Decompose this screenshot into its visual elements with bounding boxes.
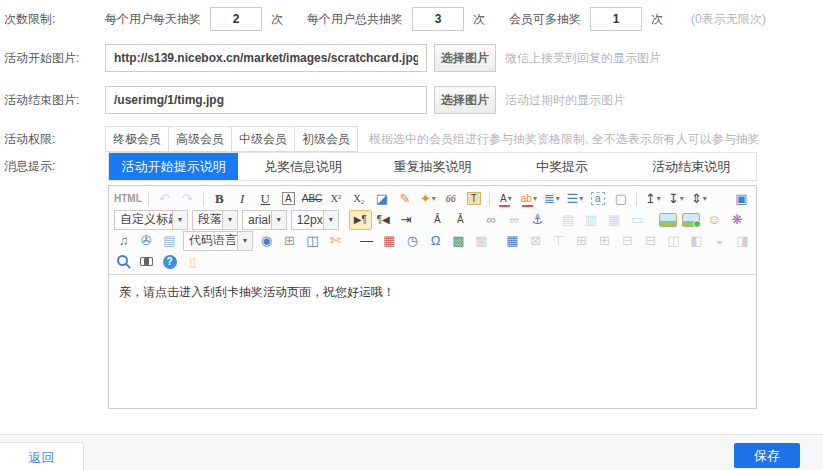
member-extra-draw-input[interactable] (590, 7, 642, 31)
multi-image-upload-icon[interactable] (680, 210, 703, 230)
link-icon[interactable]: ∞ (480, 210, 503, 230)
split-cells-icon[interactable]: ◨ (731, 231, 753, 251)
daily-draw-label: 每个用户每天抽奖 (105, 11, 201, 28)
insert-col-icon[interactable]: ⊞ (593, 231, 616, 251)
columns-icon[interactable]: ◫ (301, 231, 324, 251)
paragraph-select[interactable]: 段落▾ (192, 210, 238, 230)
merge-cells-icon[interactable]: ◫ (662, 231, 685, 251)
indent-icon[interactable]: ⇥ (395, 210, 418, 230)
font-color-icon[interactable]: A▾ (494, 189, 517, 209)
total-draw-unit: 次 (473, 11, 485, 28)
ltr-paragraph-icon[interactable]: ▶¶ (349, 210, 372, 230)
insert-video-icon[interactable] (749, 210, 753, 230)
chevron-down-icon: ▾ (323, 211, 338, 229)
font-size-select[interactable]: 12px▾ (291, 210, 339, 230)
end-image-pick-button[interactable]: 选择图片 (434, 86, 496, 114)
delete-table-icon[interactable]: ⊠ (524, 231, 547, 251)
horizontal-rule-icon[interactable]: — (355, 231, 378, 251)
delete-row-icon[interactable]: ⊟ (616, 231, 639, 251)
superscript-icon[interactable]: X² (324, 189, 347, 209)
iframe-icon[interactable]: ⊞ (278, 231, 301, 251)
redo-icon[interactable]: ↷ (176, 189, 199, 209)
image-inline-icon[interactable]: ▭ (626, 210, 649, 230)
attachment-icon[interactable]: ✇ (135, 231, 158, 251)
member-group-button[interactable]: 中级会员 (231, 126, 295, 152)
total-draw-input[interactable] (412, 7, 464, 31)
message-tab[interactable]: 活动结束说明 (627, 153, 756, 180)
special-char-icon[interactable]: Ω (424, 231, 447, 251)
blank-page-icon[interactable]: ▢ (609, 189, 632, 209)
uppercase-icon[interactable]: Â (426, 210, 449, 230)
emoticon-icon[interactable]: ☺ (703, 210, 726, 230)
source-code-icon[interactable]: HTML (112, 189, 144, 209)
member-group-button[interactable]: 初级会员 (294, 126, 358, 152)
paragraph-spacing-top-icon[interactable]: ↥▾ (641, 189, 664, 209)
font-border-icon[interactable]: A (277, 189, 300, 209)
underline-icon[interactable]: U (254, 189, 277, 209)
subscript-icon[interactable]: X₂ (347, 189, 370, 209)
strikethrough-icon[interactable]: ABC (300, 189, 325, 209)
unlink-icon[interactable]: ∞ (503, 210, 526, 230)
time-icon[interactable]: ◷ (401, 231, 424, 251)
flash-icon[interactable]: ◉ (255, 231, 278, 251)
format-painter-icon[interactable]: ✎ (393, 189, 416, 209)
format-clear-icon[interactable]: ◪ (370, 189, 393, 209)
date-icon[interactable]: ▦ (378, 231, 401, 251)
back-button[interactable]: 返回 (0, 442, 84, 470)
paste-plain-icon[interactable]: T (462, 189, 485, 209)
end-image-input[interactable] (105, 86, 427, 114)
image-align-center-icon[interactable]: ▥ (580, 210, 603, 230)
message-tab[interactable]: 中奖提示 (497, 153, 626, 180)
image-align-right-icon[interactable]: ▦ (603, 210, 626, 230)
word-paste-icon[interactable]: ▯ (181, 252, 204, 272)
paragraph-spacing-bottom-icon[interactable]: ↧▾ (664, 189, 687, 209)
chevron-down-icon: ▾ (237, 232, 252, 250)
font-family-select[interactable]: arial▾ (242, 210, 287, 230)
ordered-list-icon[interactable]: ≣▾ (540, 189, 563, 209)
start-image-pick-button[interactable]: 选择图片 (434, 44, 496, 72)
insert-image-icon[interactable] (657, 210, 680, 230)
insert-table-icon[interactable]: ▦ (501, 231, 524, 251)
anchor-icon[interactable]: ⚓ (526, 210, 549, 230)
merge-right-icon[interactable]: ◧ (685, 231, 708, 251)
start-image-row: 活动开始图片: 选择图片 微信上接受到回复的显示图片 (0, 44, 823, 72)
scrawl-icon[interactable]: ❋ (726, 210, 749, 230)
image-align-left-icon[interactable]: ▤ (557, 210, 580, 230)
message-tab[interactable]: 兑奖信息说明 (238, 153, 367, 180)
message-tab[interactable]: 重复抽奖说明 (368, 153, 497, 180)
italic-icon[interactable]: I (231, 189, 254, 209)
find-replace-icon[interactable] (135, 252, 158, 272)
message-tab[interactable]: 活动开始提示说明 (109, 153, 238, 180)
lowercase-icon[interactable]: Ǎ (449, 210, 472, 230)
save-button[interactable]: 保存 (734, 443, 800, 468)
table-title-icon[interactable]: ⊤ (547, 231, 570, 251)
delete-col-icon[interactable]: ⊟ (639, 231, 662, 251)
code-language-select[interactable]: 代码语言▾ (183, 231, 253, 251)
line-spacing-icon[interactable]: ⇕▾ (687, 189, 710, 209)
member-group-button[interactable]: 高级会员 (168, 126, 232, 152)
undo-icon[interactable]: ↶ (153, 189, 176, 209)
template-icon[interactable]: ▤ (158, 231, 181, 251)
blockquote-icon[interactable]: 66 (439, 189, 462, 209)
start-image-input[interactable] (105, 44, 427, 72)
static-map-icon[interactable]: ▩ (470, 231, 493, 251)
rtl-paragraph-icon[interactable]: ¶◀ (372, 210, 395, 230)
merge-down-icon[interactable]: ◒ (708, 231, 731, 251)
bold-icon[interactable]: B (208, 189, 231, 209)
anchor-mark-icon[interactable]: a (586, 189, 609, 209)
editor-content[interactable]: 亲，请点击进入刮刮卡抽奖活动页面，祝您好运哦！ (109, 275, 756, 408)
fullscreen-icon[interactable]: ▣ (730, 189, 753, 209)
count-limit-fields: 每个用户每天抽奖 次 每个用户总共抽奖 次 会员可多抽奖 次 (0表示无限次) (105, 5, 766, 33)
daily-draw-input[interactable] (210, 7, 262, 31)
preview-icon[interactable] (112, 252, 135, 272)
insert-row-icon[interactable]: ⊞ (570, 231, 593, 251)
screenshot-icon[interactable]: ✄ (324, 231, 347, 251)
auto-typeset-icon[interactable]: ✦▾ (416, 189, 439, 209)
music-icon[interactable]: ♫ (112, 231, 135, 251)
member-group-button[interactable]: 终极会员 (105, 126, 169, 152)
help-icon[interactable]: ? (158, 252, 181, 272)
unordered-list-icon[interactable]: ☰▾ (563, 189, 586, 209)
map-icon[interactable]: ▩ (447, 231, 470, 251)
highlight-color-icon[interactable]: ab▾ (517, 189, 540, 209)
title-style-select[interactable]: 自定义标题▾ (114, 210, 188, 230)
